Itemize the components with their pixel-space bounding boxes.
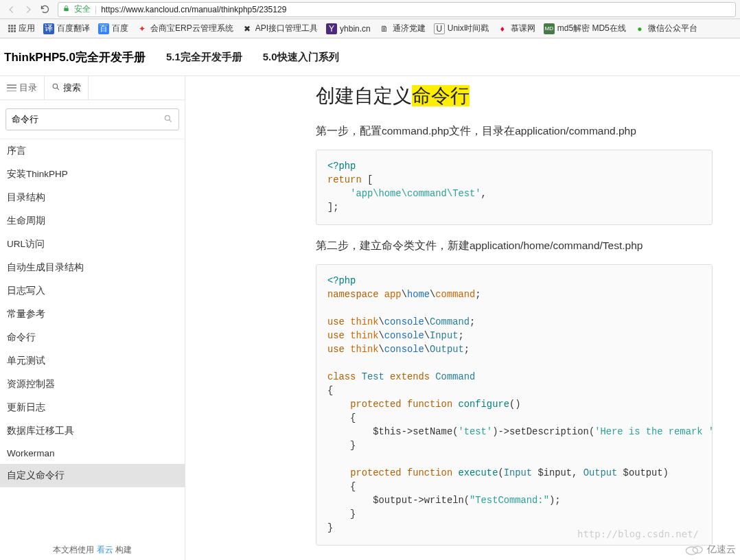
nav-item[interactable]: 日志写入: [0, 279, 185, 303]
bookmark-item[interactable]: 百百度: [95, 21, 131, 36]
bookmark-item[interactable]: 译百度翻译: [41, 21, 93, 36]
nav-item[interactable]: 目录结构: [0, 186, 185, 209]
code-block-1: <?php return [ 'app\home\command\Test', …: [316, 150, 713, 225]
bookmark-item[interactable]: UUnix时间戳: [431, 21, 492, 36]
nav-item[interactable]: 常量参考: [0, 303, 185, 326]
lock-icon: [62, 5, 70, 14]
search-submit-icon[interactable]: [163, 114, 173, 126]
bookmark-item[interactable]: MDmd5解密 MD5在线: [541, 21, 629, 36]
bookmark-item[interactable]: ✦会商宝ERP云管理系统: [134, 21, 236, 36]
bookmark-item[interactable]: ♦慕课网: [494, 21, 538, 36]
nav-item[interactable]: 资源控制器: [0, 373, 185, 396]
nav-item[interactable]: 安装ThinkPHP: [0, 163, 185, 186]
search-box: [5, 108, 179, 130]
page-header: ThinkPHP5.0完全开发手册 5.1完全开发手册 5.0快速入门系列: [0, 38, 740, 76]
bookmark-item[interactable]: ✖API接口管理工具: [239, 21, 321, 36]
apps-icon: [8, 25, 16, 32]
menu-icon: [7, 84, 16, 91]
nav-item[interactable]: 自动生成目录结构: [0, 256, 185, 279]
apps-button[interactable]: 应用: [5, 21, 38, 36]
url-text: https://www.kancloud.cn/manual/thinkphp5…: [101, 5, 286, 14]
header-link[interactable]: 5.1完全开发手册: [166, 51, 242, 64]
kancloud-link[interactable]: 看云: [97, 545, 113, 555]
bookmark-item[interactable]: ●微信公众平台: [632, 21, 700, 36]
search-input[interactable]: [12, 115, 163, 125]
search-tab[interactable]: 搜索: [45, 76, 89, 100]
toc-tab[interactable]: 目录: [0, 76, 45, 100]
article-title: 创建自定义命令行: [316, 83, 713, 109]
header-link[interactable]: 5.0快速入门系列: [263, 51, 339, 64]
nav-list: 序言安装ThinkPHP目录结构生命周期URL访问自动生成目录结构日志写入常量参…: [0, 139, 185, 560]
code-block-2: <?php namespace app\home\command; use th…: [316, 264, 713, 546]
svg-line-4: [170, 119, 172, 121]
svg-line-2: [57, 88, 59, 90]
url-bar[interactable]: 安全 | https://www.kancloud.cn/manual/thin…: [58, 2, 736, 17]
nav-item[interactable]: 生命周期: [0, 209, 185, 233]
step-1-text: 第一步，配置command.php文件，目录在application/comma…: [316, 124, 713, 139]
nav-item[interactable]: Workerman: [0, 443, 185, 464]
nav-item[interactable]: 更新日志: [0, 396, 185, 419]
browser-nav-bar: 安全 | https://www.kancloud.cn/manual/thin…: [0, 0, 740, 19]
nav-item[interactable]: URL访问: [0, 233, 185, 256]
title-highlight: 命令行: [412, 85, 470, 106]
bookmark-item[interactable]: 🗎通济党建: [376, 21, 428, 36]
search-icon: [51, 82, 60, 93]
svg-rect-0: [64, 8, 68, 12]
nav-item[interactable]: 自定义命令行: [0, 464, 185, 487]
svg-point-3: [165, 115, 170, 120]
back-button[interactable]: [4, 2, 19, 17]
secure-label: 安全: [74, 3, 91, 15]
reload-button[interactable]: [37, 2, 52, 17]
sidebar: 目录 搜索 序言安装ThinkPHP目录结构生命周期URL访问自动生成目录结构日…: [0, 76, 185, 560]
site-title[interactable]: ThinkPHP5.0完全开发手册: [4, 49, 146, 65]
nav-item[interactable]: 序言: [0, 139, 185, 163]
sidebar-tabs: 目录 搜索: [0, 76, 185, 100]
bookmark-bar: 应用 译百度翻译 百百度 ✦会商宝ERP云管理系统 ✖API接口管理工具 Yyh…: [0, 19, 740, 38]
forward-button[interactable]: [21, 2, 36, 17]
sidebar-footer: 本文档使用 看云 构建: [0, 540, 185, 560]
article-content: 创建自定义命令行 第一步，配置command.php文件，目录在applicat…: [185, 76, 740, 560]
svg-point-1: [53, 84, 58, 89]
nav-item[interactable]: 命令行: [0, 326, 185, 349]
bookmark-item[interactable]: Yyhbin.cn: [323, 22, 373, 36]
nav-item[interactable]: 单元测试: [0, 349, 185, 373]
step-2-text: 第二步，建立命令类文件，新建application/home/command/T…: [316, 239, 713, 253]
nav-item[interactable]: 数据库迁移工具: [0, 419, 185, 443]
